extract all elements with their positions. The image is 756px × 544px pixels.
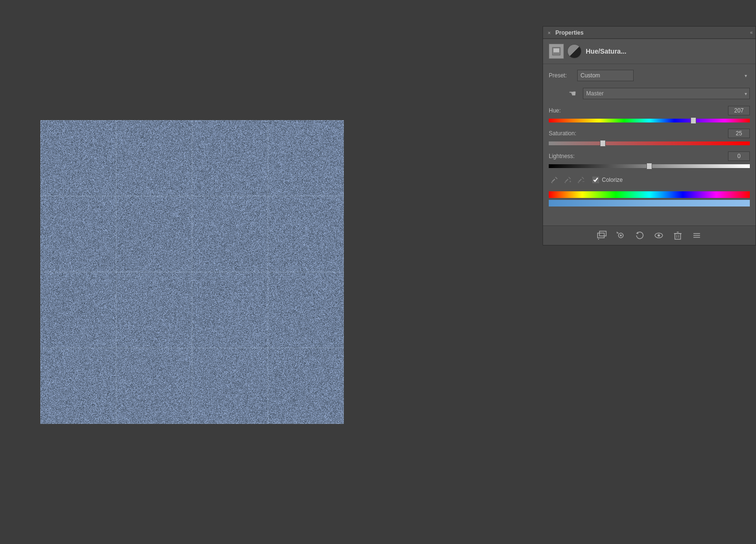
colorize-row: Colorize: [592, 177, 623, 183]
preset-row: Preset: Custom Default Cyanotype Increas…: [549, 70, 750, 81]
svg-text:−: −: [582, 179, 585, 184]
view-previous-button[interactable]: [614, 229, 627, 242]
svg-marker-8: [564, 182, 566, 183]
hue-label: Hue:: [549, 107, 561, 114]
rainbow-spectrum-bar: [549, 191, 750, 198]
lightness-label: Lightness:: [549, 153, 575, 159]
lightness-section: Lightness:: [549, 151, 750, 169]
save-icon: [552, 47, 561, 56]
svg-rect-7: [565, 178, 568, 182]
lightness-thumb[interactable]: [646, 163, 652, 169]
visibility-icon: [654, 230, 664, 241]
eyedropper-icon: [551, 176, 558, 184]
adjustment-icon: [567, 44, 582, 59]
svg-rect-11: [578, 178, 581, 182]
svg-point-21: [658, 234, 660, 237]
adjustment-layer-name: Hue/Satura...: [586, 47, 627, 55]
hue-section: Hue:: [549, 106, 750, 124]
svg-line-3: [555, 177, 557, 179]
canvas-image: [40, 120, 344, 424]
lightness-value-input[interactable]: [728, 151, 750, 161]
svg-line-6: [569, 177, 571, 179]
saturation-track: [549, 141, 750, 145]
view-previous-icon: [616, 230, 626, 241]
channel-select[interactable]: Master Reds Yellows Greens Cyans Blues M…: [583, 88, 750, 99]
hue-thumb[interactable]: [691, 117, 696, 124]
channel-row: ☚ Master Reds Yellows Greens Cyans Blues…: [549, 87, 750, 100]
clip-to-layer-button[interactable]: [595, 229, 608, 242]
hue-track: [549, 119, 750, 122]
saturation-section: Saturation:: [549, 129, 750, 147]
panel-collapse-button[interactable]: «: [750, 30, 753, 35]
svg-rect-1: [553, 48, 559, 52]
lightness-header: Lightness:: [549, 151, 750, 161]
panel-title: Properties: [553, 29, 750, 36]
panel-menu-button[interactable]: [690, 229, 703, 242]
delete-layer-button[interactable]: [671, 229, 684, 242]
svg-rect-2: [553, 53, 559, 54]
eyedropper-add-icon: +: [564, 176, 572, 184]
saturation-header: Saturation:: [549, 129, 750, 138]
eyedropper-set-button[interactable]: [549, 174, 560, 186]
saturation-value-input[interactable]: [728, 129, 750, 138]
result-spectrum-bar: [549, 200, 750, 206]
svg-marker-19: [636, 232, 638, 234]
reset-icon: [635, 230, 645, 241]
toggle-visibility-button[interactable]: [652, 229, 665, 242]
eyedropper-subtract-icon: −: [577, 176, 585, 184]
canvas-area: [0, 0, 384, 544]
colorize-checkbox[interactable]: [592, 177, 599, 183]
tools-row: + − Colorize: [549, 174, 750, 186]
hand-tool-icon[interactable]: ☚: [566, 87, 579, 100]
panel-close-button[interactable]: ×: [546, 29, 553, 36]
eyedropper-add-button[interactable]: +: [562, 174, 573, 186]
svg-rect-4: [552, 178, 555, 182]
panel-content: Preset: Custom Default Cyanotype Increas…: [543, 64, 756, 214]
svg-line-10: [582, 177, 584, 179]
svg-text:+: +: [569, 179, 572, 184]
layer-icon[interactable]: [549, 44, 564, 59]
panel-menu-icon: [691, 230, 702, 241]
hue-slider-container[interactable]: [549, 117, 750, 124]
properties-panel: × Properties « Hue/Satura... Preset: Cus…: [543, 26, 756, 245]
panel-bottom-toolbar: [543, 225, 756, 245]
preset-select-wrapper[interactable]: Custom Default Cyanotype Increase Satura…: [577, 70, 750, 81]
lightness-track: [549, 164, 750, 168]
panel-header: Hue/Satura...: [543, 39, 756, 64]
texture-canvas: [40, 120, 344, 424]
preset-select[interactable]: Custom Default Cyanotype Increase Satura…: [577, 70, 634, 81]
reset-adjustments-button[interactable]: [633, 229, 646, 242]
hue-value-input[interactable]: [728, 106, 750, 115]
svg-rect-14: [598, 233, 604, 238]
lightness-slider-container[interactable]: [549, 163, 750, 169]
saturation-label: Saturation:: [549, 130, 576, 137]
trash-icon: [673, 230, 683, 241]
channel-select-wrapper[interactable]: Master Reds Yellows Greens Cyans Blues M…: [583, 88, 750, 99]
eyedropper-subtract-button[interactable]: −: [575, 174, 587, 186]
saturation-thumb[interactable]: [600, 140, 606, 147]
svg-rect-22: [675, 234, 681, 239]
clip-icon: [597, 230, 607, 241]
panel-titlebar: × Properties «: [543, 27, 756, 39]
svg-marker-12: [578, 182, 579, 183]
adjustment-icon-inner: [568, 45, 581, 58]
svg-point-18: [620, 234, 622, 236]
saturation-slider-container[interactable]: [549, 140, 750, 147]
svg-marker-5: [551, 182, 553, 183]
preset-label: Preset:: [549, 72, 577, 79]
panel-spacer: [543, 214, 756, 225]
colorize-label: Colorize: [602, 177, 623, 183]
spectrum-section: [549, 191, 750, 206]
hue-header: Hue:: [549, 106, 750, 115]
svg-rect-15: [599, 231, 606, 236]
